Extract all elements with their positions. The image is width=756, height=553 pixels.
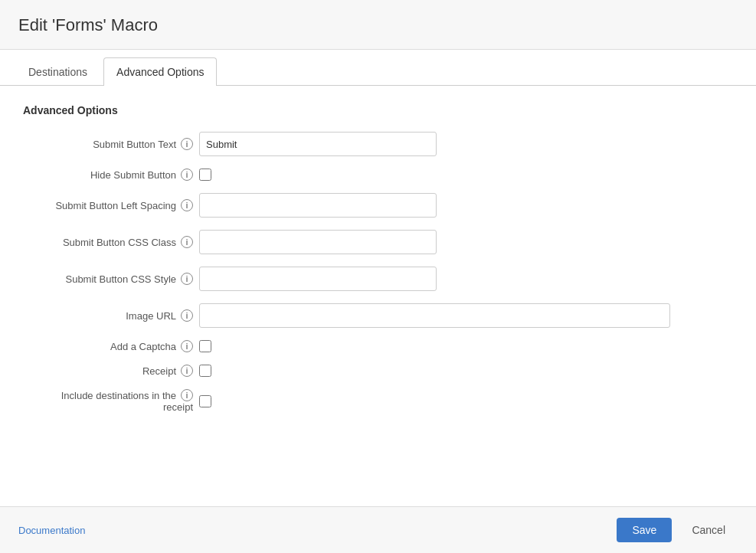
field-row-image-url: Image URL i xyxy=(23,303,733,328)
tab-destinations[interactable]: Destinations xyxy=(15,57,100,86)
label-submit-button-left-spacing: Submit Button Left Spacing i xyxy=(23,199,199,211)
checkbox-include-destinations[interactable] xyxy=(199,395,211,407)
input-submit-button-left-spacing[interactable] xyxy=(199,193,437,218)
input-submit-button-text[interactable] xyxy=(199,132,437,156)
footer-buttons: Save Cancel xyxy=(617,518,738,542)
info-icon-add-captcha[interactable]: i xyxy=(181,340,193,352)
label-receipt: Receipt i xyxy=(23,365,199,377)
info-icon-submit-button-css-style[interactable]: i xyxy=(181,273,193,285)
save-button[interactable]: Save xyxy=(617,518,672,542)
label-add-captcha: Add a Captcha i xyxy=(23,340,199,352)
input-image-url[interactable] xyxy=(199,303,670,328)
field-row-submit-button-css-class: Submit Button CSS Class i xyxy=(23,230,733,254)
info-icon-submit-button-css-class[interactable]: i xyxy=(181,236,193,248)
field-row-include-destinations: Include destinations in the i receipt xyxy=(23,389,733,413)
info-icon-submit-button-text[interactable]: i xyxy=(181,138,193,150)
field-row-add-captcha: Add a Captcha i xyxy=(23,340,733,352)
info-icon-submit-button-left-spacing[interactable]: i xyxy=(181,199,193,211)
field-row-receipt: Receipt i xyxy=(23,365,733,377)
checkbox-receipt[interactable] xyxy=(199,365,211,377)
label-hide-submit-button: Hide Submit Button i xyxy=(23,169,199,181)
documentation-link[interactable]: Documentation xyxy=(18,525,85,536)
input-submit-button-css-style[interactable] xyxy=(199,267,437,291)
modal-title: Edit 'Forms' Macro xyxy=(18,15,738,35)
info-icon-image-url[interactable]: i xyxy=(181,309,193,322)
modal-header: Edit 'Forms' Macro xyxy=(0,0,756,50)
label-submit-button-css-style: Submit Button CSS Style i xyxy=(23,273,199,285)
section-title: Advanced Options xyxy=(23,104,733,116)
modal-footer: Documentation Save Cancel xyxy=(0,506,756,553)
tab-bar: Destinations Advanced Options xyxy=(0,57,756,86)
modal-container: Edit 'Forms' Macro Destinations Advanced… xyxy=(0,0,756,553)
checkbox-hide-submit-button[interactable] xyxy=(199,169,211,181)
label-submit-button-css-class: Submit Button CSS Class i xyxy=(23,236,199,248)
label-submit-button-text: Submit Button Text i xyxy=(23,138,199,150)
field-row-submit-button-text: Submit Button Text i xyxy=(23,132,733,156)
input-submit-button-css-class[interactable] xyxy=(199,230,437,254)
field-row-submit-button-css-style: Submit Button CSS Style i xyxy=(23,267,733,291)
label-image-url: Image URL i xyxy=(23,309,199,322)
info-icon-hide-submit-button[interactable]: i xyxy=(181,169,193,181)
field-row-submit-button-left-spacing: Submit Button Left Spacing i xyxy=(23,193,733,218)
cancel-button[interactable]: Cancel xyxy=(679,518,738,542)
modal-body: Destinations Advanced Options Advanced O… xyxy=(0,50,756,506)
label-include-destinations: Include destinations in the i receipt xyxy=(23,389,199,413)
tab-advanced-options[interactable]: Advanced Options xyxy=(103,57,217,86)
checkbox-add-captcha[interactable] xyxy=(199,340,211,352)
field-row-hide-submit-button: Hide Submit Button i xyxy=(23,169,733,181)
info-icon-receipt[interactable]: i xyxy=(181,365,193,377)
tab-content: Advanced Options Submit Button Text i Hi… xyxy=(0,86,756,506)
info-icon-include-destinations[interactable]: i xyxy=(181,389,193,401)
